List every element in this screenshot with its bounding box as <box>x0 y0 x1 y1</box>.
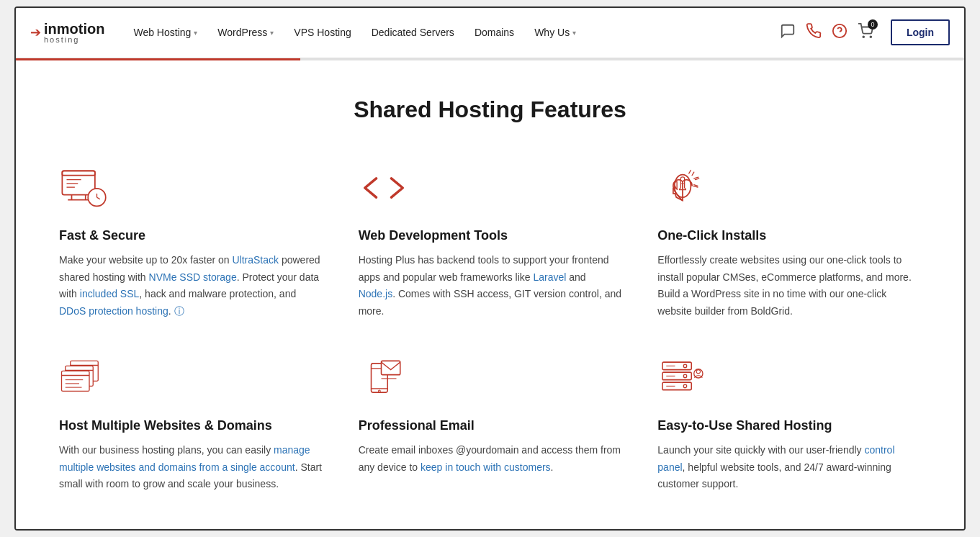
feature-desc-web-dev: Hosting Plus has backend tools to suppor… <box>359 252 622 320</box>
feature-desc-fast-secure: Make your website up to 20x faster on Ul… <box>59 252 323 320</box>
nav-icons: 0 Login <box>780 19 950 45</box>
feature-desc-easy-hosting: Launch your site quickly with our user-f… <box>657 442 921 493</box>
feature-web-dev: Web Development Tools Hosting Plus has b… <box>359 159 622 320</box>
chat-icon[interactable] <box>780 23 796 42</box>
feature-desc-one-click: Effortlessly create websites using our o… <box>657 252 921 320</box>
feature-title-easy-hosting: Easy-to-Use Shared Hosting <box>657 418 921 433</box>
feature-title-email: Professional Email <box>359 418 622 433</box>
feature-title-one-click: One-Click Installs <box>657 228 921 243</box>
fast-secure-icon <box>59 159 323 217</box>
feature-one-click: One-Click Installs Effortlessly create w… <box>657 159 921 320</box>
features-grid: Fast & Secure Make your website up to 20… <box>59 159 921 494</box>
keep-in-touch-link[interactable]: keep in touch with customers <box>421 461 551 473</box>
nav-items: Web Hosting ▾ WordPress ▾ VPS Hosting De… <box>126 21 772 44</box>
chevron-down-icon: ▾ <box>270 29 274 37</box>
easy-hosting-icon <box>657 349 921 407</box>
logo-sub: hosting <box>44 36 104 44</box>
svg-line-16 <box>696 179 699 180</box>
one-click-icon <box>657 159 921 217</box>
control-panel-link[interactable]: control panel <box>657 444 894 473</box>
nav-item-domains[interactable]: Domains <box>467 21 521 44</box>
feature-easy-hosting: Easy-to-Use Shared Hosting Launch your s… <box>657 349 921 493</box>
feature-desc-multiple-websites: With our business hosting plans, you can… <box>59 442 323 493</box>
chevron-down-icon: ▾ <box>572 29 576 37</box>
cart-icon[interactable]: 0 <box>858 23 873 42</box>
feature-title-web-dev: Web Development Tools <box>359 228 622 243</box>
feature-desc-email: Create email inboxes @yourdomain and acc… <box>359 442 622 477</box>
chevron-down-icon: ▾ <box>194 29 197 37</box>
svg-line-21 <box>694 177 698 179</box>
svg-rect-36 <box>381 361 400 374</box>
svg-point-3 <box>870 36 871 37</box>
web-dev-icon <box>359 159 622 217</box>
nav-item-web-hosting[interactable]: Web Hosting ▾ <box>126 21 204 44</box>
ssl-link[interactable]: included SSL <box>80 288 140 299</box>
info-icon[interactable]: ⓘ <box>174 305 184 317</box>
svg-point-43 <box>684 384 687 387</box>
nodejs-link[interactable]: Node.js <box>359 288 392 299</box>
phone-icon[interactable] <box>806 23 822 42</box>
svg-rect-5 <box>62 171 95 175</box>
svg-line-17 <box>694 184 698 186</box>
support-icon[interactable] <box>832 23 848 42</box>
logo-brand: inmotion <box>44 22 104 36</box>
feature-title-fast-secure: Fast & Secure <box>59 228 323 243</box>
feature-fast-secure: Fast & Secure Make your website up to 20… <box>59 159 323 320</box>
laravel-link[interactable]: Laravel <box>533 271 566 283</box>
logo-text: inmotion hosting <box>44 22 104 44</box>
svg-point-2 <box>863 36 864 37</box>
svg-line-20 <box>689 170 691 173</box>
navbar: ➔ inmotion hosting Web Hosting ▾ WordPre… <box>16 8 964 58</box>
browser-frame: ➔ inmotion hosting Web Hosting ▾ WordPre… <box>14 6 966 531</box>
svg-line-15 <box>692 172 694 175</box>
nav-item-why-us[interactable]: Why Us ▾ <box>527 21 583 44</box>
manage-multiple-link[interactable]: manage multiple websites and domains fro… <box>59 444 310 473</box>
feature-title-multiple-websites: Host Multiple Websites & Domains <box>59 418 323 433</box>
nav-item-wordpress[interactable]: WordPress ▾ <box>210 21 281 44</box>
logo[interactable]: ➔ inmotion hosting <box>30 22 104 44</box>
svg-point-35 <box>378 390 380 392</box>
svg-point-42 <box>684 374 687 377</box>
svg-rect-27 <box>62 371 90 391</box>
feature-multiple-websites: Host Multiple Websites & Domains With ou… <box>59 349 323 493</box>
feature-email: Professional Email Create email inboxes … <box>359 349 622 493</box>
email-icon <box>359 349 622 407</box>
page-title: Shared Hosting Features <box>59 96 921 123</box>
nav-item-vps-hosting[interactable]: VPS Hosting <box>287 21 358 44</box>
svg-point-41 <box>684 364 687 367</box>
cart-count: 0 <box>868 19 878 30</box>
multiple-websites-icon <box>59 349 323 407</box>
nav-item-dedicated-servers[interactable]: Dedicated Servers <box>364 21 462 44</box>
nvme-link[interactable]: NVMe SSD storage <box>149 271 237 283</box>
ddos-link[interactable]: DDoS protection hosting <box>59 305 168 317</box>
svg-point-48 <box>697 370 701 374</box>
logo-swoosh: ➔ <box>30 24 41 40</box>
login-button[interactable]: Login <box>891 19 950 45</box>
main-content: Shared Hosting Features <box>16 60 964 530</box>
ultrastack-link[interactable]: UltraStack <box>232 254 279 266</box>
